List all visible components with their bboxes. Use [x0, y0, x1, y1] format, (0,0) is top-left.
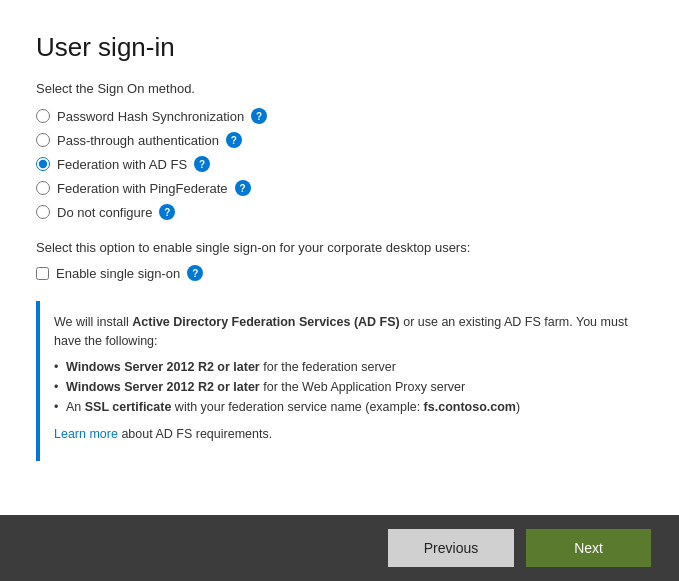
radio-adfs[interactable] — [36, 157, 50, 171]
learn-more-link[interactable]: Learn more — [54, 427, 118, 441]
radio-adfs-label: Federation with AD FS — [57, 157, 187, 172]
radio-pingfederate[interactable] — [36, 181, 50, 195]
info-paragraph: We will install Active Directory Federat… — [54, 313, 629, 351]
learn-more-suffix: about AD FS requirements. — [118, 427, 272, 441]
help-icon-pingfederate[interactable]: ? — [235, 180, 251, 196]
sign-on-radio-group: Password Hash Synchronization ? Pass-thr… — [36, 108, 643, 220]
help-icon-sso[interactable]: ? — [187, 265, 203, 281]
radio-pingfederate-label: Federation with PingFederate — [57, 181, 228, 196]
help-icon-passthrough[interactable]: ? — [226, 132, 242, 148]
sso-checkbox[interactable] — [36, 267, 49, 280]
radio-password-hash[interactable] — [36, 109, 50, 123]
sso-checkbox-item[interactable]: Enable single sign-on ? — [36, 265, 643, 281]
radio-do-not-configure[interactable] — [36, 205, 50, 219]
sso-section-label: Select this option to enable single sign… — [36, 240, 643, 255]
radio-passthrough-label: Pass-through authentication — [57, 133, 219, 148]
radio-item-passthrough[interactable]: Pass-through authentication ? — [36, 132, 643, 148]
radio-item-password-hash[interactable]: Password Hash Synchronization ? — [36, 108, 643, 124]
bullet2-bold: Windows Server 2012 R2 or later — [66, 380, 260, 394]
sso-section: Select this option to enable single sign… — [36, 240, 643, 281]
bullet1-bold: Windows Server 2012 R2 or later — [66, 360, 260, 374]
main-content: User sign-in Select the Sign On method. … — [0, 0, 679, 515]
radio-item-adfs[interactable]: Federation with AD FS ? — [36, 156, 643, 172]
previous-button[interactable]: Previous — [388, 529, 514, 567]
footer: Previous Next — [0, 515, 679, 581]
radio-item-pingfederate[interactable]: Federation with PingFederate ? — [36, 180, 643, 196]
sign-on-label-text: Select the Sign On method. — [36, 81, 195, 96]
info-box: We will install Active Directory Federat… — [36, 301, 643, 461]
info-bullets-list: Windows Server 2012 R2 or later for the … — [54, 357, 629, 417]
radio-password-hash-label: Password Hash Synchronization — [57, 109, 244, 124]
bullet3-bold: SSL certificate — [85, 400, 172, 414]
info-bold-adfs: Active Directory Federation Services (AD… — [132, 315, 399, 329]
page-title: User sign-in — [36, 32, 643, 63]
help-icon-password-hash[interactable]: ? — [251, 108, 267, 124]
next-button[interactable]: Next — [526, 529, 651, 567]
info-learn-more-paragraph: Learn more about AD FS requirements. — [54, 425, 629, 444]
sso-checkbox-label: Enable single sign-on — [56, 266, 180, 281]
help-icon-do-not-configure[interactable]: ? — [159, 204, 175, 220]
help-icon-adfs[interactable]: ? — [194, 156, 210, 172]
bullet3-code: fs.contoso.com — [424, 400, 516, 414]
info-bullet-2: Windows Server 2012 R2 or later for the … — [54, 377, 629, 397]
sign-on-section-label: Select the Sign On method. — [36, 81, 643, 96]
radio-item-do-not-configure[interactable]: Do not configure ? — [36, 204, 643, 220]
radio-do-not-configure-label: Do not configure — [57, 205, 152, 220]
info-bullet-1: Windows Server 2012 R2 or later for the … — [54, 357, 629, 377]
info-bullet-3: An SSL certificate with your federation … — [54, 397, 629, 417]
radio-passthrough[interactable] — [36, 133, 50, 147]
